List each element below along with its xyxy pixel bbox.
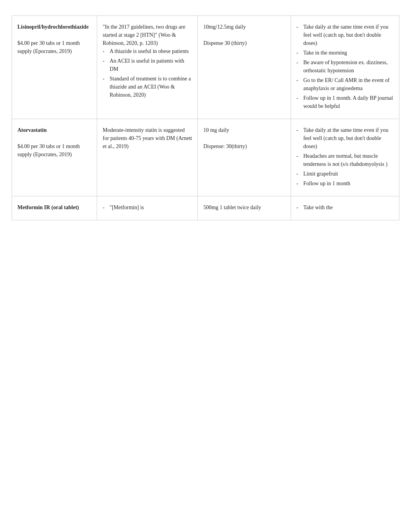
dosage-cell-2: 500mg 1 tablet twice daily bbox=[198, 196, 291, 220]
instruction-bullet: Take with the bbox=[296, 203, 394, 211]
instruction-bullet: Headaches are normal, but muscle tendern… bbox=[296, 152, 394, 168]
drug-name: Atorvastatin bbox=[17, 127, 46, 133]
dosage-cell-1: 10 mg dailyDispense: 30(thirty) bbox=[198, 119, 291, 196]
instructions-cell-0: Take daily at the same time even if you … bbox=[291, 16, 399, 119]
dispense: Dispense: 30(thirty) bbox=[203, 143, 247, 149]
instruction-bullet: Take daily at the same time even if you … bbox=[296, 23, 394, 47]
instruction-bullet: Take in the morning bbox=[296, 49, 394, 57]
dosage-cell-0: 10mg/12.5mg dailyDispense 30 (thirty) bbox=[198, 16, 291, 119]
instruction-bullet: Be aware of hypotension ex. dizziness, o… bbox=[296, 58, 394, 75]
page: Lisinopril/hydrochlorothiazide$4.00 per … bbox=[0, 0, 411, 532]
dose: 500mg 1 tablet twice daily bbox=[203, 205, 261, 210]
instruction-bullet: Take daily at the same time even if you … bbox=[296, 126, 394, 150]
drug-cost: $4.00 per 30 tabs or 1 month supply (Epo… bbox=[17, 40, 80, 54]
instruction-bullet: Follow up in 1 month bbox=[296, 179, 394, 188]
drug-name: Lisinopril/hydrochlorothiazide bbox=[17, 24, 89, 30]
drug-cost: $4.00 per 30 tabs or 1 month supply (Epo… bbox=[17, 143, 80, 157]
rationale-cell-2: "[Metformin] is bbox=[97, 196, 198, 220]
instruction-bullet: Follow up in 1 month. A daily BP journal… bbox=[296, 94, 394, 110]
instructions-cell-1: Take daily at the same time even if you … bbox=[291, 119, 399, 196]
rationale-bullet: An ACEI is useful in patients with DM bbox=[103, 57, 192, 73]
rationale-cell-1: Moderate-intensity statin is suggested f… bbox=[97, 119, 198, 196]
drug-name: Metformin IR (oral tablet) bbox=[17, 205, 79, 210]
medications-table: Lisinopril/hydrochlorothiazide$4.00 per … bbox=[12, 15, 399, 220]
rationale-bullet: "[Metformin] is bbox=[103, 203, 192, 211]
rationale-bullet: A thiazide is useful in obese patients bbox=[103, 47, 192, 55]
instruction-bullet: Go to the ER/ Call AMR in the event of a… bbox=[296, 76, 394, 92]
rationale-bullet: Standard of treatment is to combine a th… bbox=[103, 75, 192, 99]
rationale-intro: "In the 2017 guidelines, two drugs are s… bbox=[103, 24, 185, 46]
dispense: Dispense 30 (thirty) bbox=[203, 40, 247, 46]
instructions-cell-2: Take with the bbox=[291, 196, 399, 220]
drug-cell-1: Atorvastatin$4.00 per 30 tabs or 1 month… bbox=[12, 119, 97, 196]
drug-cell-0: Lisinopril/hydrochlorothiazide$4.00 per … bbox=[12, 16, 97, 119]
instruction-bullet: Limit grapefruit bbox=[296, 170, 394, 178]
dose: 10 mg daily bbox=[203, 127, 229, 133]
drug-cell-2: Metformin IR (oral tablet) bbox=[12, 196, 97, 220]
dose: 10mg/12.5mg daily bbox=[203, 24, 246, 30]
rationale-cell-0: "In the 2017 guidelines, two drugs are s… bbox=[97, 16, 198, 119]
rationale-intro: Moderate-intensity statin is suggested f… bbox=[103, 127, 192, 149]
